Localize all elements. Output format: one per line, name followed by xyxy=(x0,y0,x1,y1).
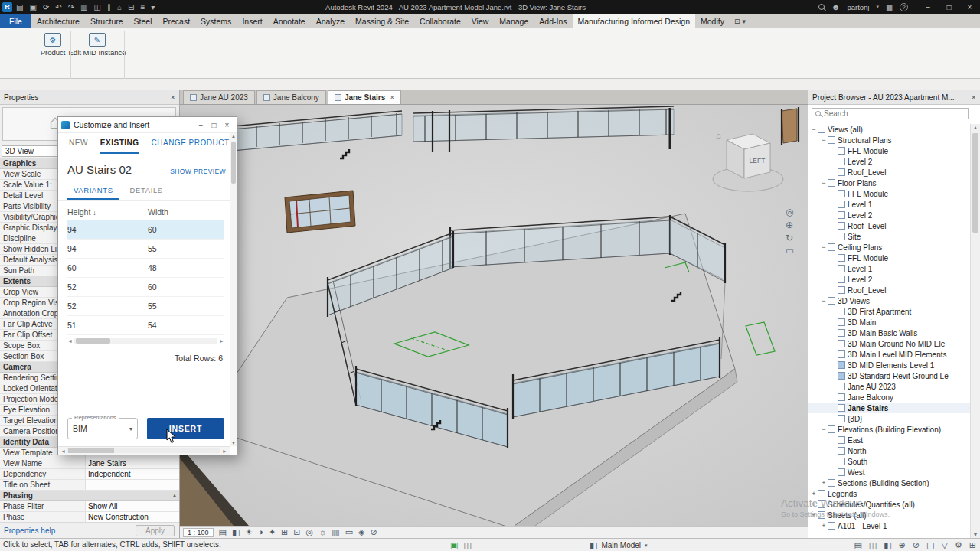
tree-item-sections-building-section[interactable]: +Sections (Building Section) xyxy=(808,478,970,488)
tree-item-ffl-module[interactable]: FFL Module xyxy=(808,188,970,199)
ribbon-tab-manufacturing-informed-design[interactable]: Manufacturing Informed Design xyxy=(573,14,696,28)
properties-help-link[interactable]: Properties help xyxy=(4,527,55,535)
tree-expander-icon[interactable]: − xyxy=(820,179,828,187)
sort-descending-icon[interactable]: ↓ xyxy=(93,209,96,217)
view-scale-control[interactable]: 1 : 100 xyxy=(183,528,214,537)
analytical-model-icon[interactable]: ◈ xyxy=(358,528,364,536)
scroll-right-icon[interactable]: ► xyxy=(219,338,224,344)
shadows-icon[interactable]: ◑ xyxy=(258,528,263,536)
view-tab-jane-stairs[interactable]: Jane Stairs× xyxy=(328,90,401,104)
tree-item-roof-level[interactable]: Roof_Level xyxy=(808,285,970,295)
tree-item-jane-stairs[interactable]: Jane Stairs xyxy=(808,403,970,413)
tree-item-roof-level[interactable]: Roof_Level xyxy=(808,220,970,231)
variant-row[interactable]: 5255 xyxy=(67,297,224,316)
ribbon-tab-massing-site[interactable]: Massing & Site xyxy=(350,14,414,28)
minimize-button[interactable]: − xyxy=(918,0,939,14)
tree-item-ffl-module[interactable]: FFL Module xyxy=(808,145,970,156)
ribbon-tab-insert[interactable]: Insert xyxy=(237,14,267,28)
undo-icon[interactable]: ↶ xyxy=(55,3,61,11)
dialog-subtab-details[interactable]: DETAILS xyxy=(124,184,169,200)
app-store-icon[interactable]: ▦ xyxy=(886,3,893,11)
tree-item-site[interactable]: Site xyxy=(808,231,970,242)
link-icon[interactable]: ⊕ xyxy=(899,541,906,549)
design-option-value[interactable]: Main Model xyxy=(601,541,641,549)
scroll-left-icon[interactable]: ◄ xyxy=(60,448,66,454)
rendering-icon[interactable]: ✦ xyxy=(269,528,276,536)
orbit-icon[interactable]: ↻ xyxy=(786,233,793,243)
tree-item-floor-plans[interactable]: −Floor Plans xyxy=(808,178,970,188)
dialog-tab-existing[interactable]: EXISTING xyxy=(100,133,139,154)
scroll-right-icon[interactable]: ► xyxy=(222,448,227,454)
worksharing-display-icon[interactable]: ▥ xyxy=(332,528,339,536)
tree-item-jane-au-2023[interactable]: Jane AU 2023 xyxy=(808,381,970,392)
worksets-status-icon[interactable]: ◫ xyxy=(463,541,471,549)
zoom-icon[interactable]: ⊕ xyxy=(786,220,793,230)
press-drag-icon[interactable]: ▢ xyxy=(926,541,934,549)
ribbon-tab-structure[interactable]: Structure xyxy=(85,14,129,28)
ribbon-tab-file[interactable]: File xyxy=(0,14,31,28)
temporary-hide-icon[interactable]: ◎ xyxy=(306,528,314,536)
ribbon-tab-collaborate[interactable]: Collaborate xyxy=(414,14,466,28)
ribbon-tab-precast[interactable]: Precast xyxy=(158,14,196,28)
tree-item-level-2[interactable]: Level 2 xyxy=(808,156,970,167)
edit-mid-instance-button[interactable]: ✎ Edit MID Instance xyxy=(72,31,122,57)
close-view-tab-icon[interactable]: × xyxy=(390,93,394,102)
view-tab-jane-balcony[interactable]: Jane Balcony xyxy=(256,90,326,104)
search-input[interactable] xyxy=(824,109,965,118)
tree-item-views-all[interactable]: −Views (all) xyxy=(808,124,970,135)
ribbon-tab-analyze[interactable]: Analyze xyxy=(311,14,350,28)
dialog-vertical-scrollbar[interactable]: ▲ ▼ xyxy=(230,133,237,446)
dialog-bottom-scrollbar[interactable]: ◄ ► xyxy=(58,446,230,455)
tree-item-3d-main-level-mid-elements[interactable]: 3D Main Level MID Elements xyxy=(808,349,970,360)
variant-row[interactable]: 5154 xyxy=(67,316,224,335)
tree-item-3d[interactable]: {3D} xyxy=(808,413,970,424)
scroll-down-icon[interactable]: ▼ xyxy=(971,532,980,537)
background-processes-icon[interactable]: ⚙ xyxy=(955,541,962,549)
tree-expander-icon[interactable]: − xyxy=(820,136,828,144)
tree-expander-icon[interactable]: − xyxy=(810,126,818,133)
ribbon-tab-add-ins[interactable]: Add-Ins xyxy=(534,14,572,28)
tree-item-legends[interactable]: +Legends xyxy=(808,488,970,499)
ribbon-tab-steel[interactable]: Steel xyxy=(129,14,158,28)
show-preview-link[interactable]: SHOW PREVIEW xyxy=(170,168,226,175)
property-value[interactable]: New Construction xyxy=(86,512,179,522)
thin-lines-icon[interactable]: ≡ xyxy=(140,3,145,11)
section-icon[interactable]: ⊟ xyxy=(128,3,134,11)
dialog-tab-new[interactable]: NEW xyxy=(69,133,88,154)
scroll-up-icon[interactable]: ▲ xyxy=(230,134,237,139)
save-icon[interactable]: ▣ xyxy=(29,3,36,11)
tree-expander-icon[interactable]: + xyxy=(820,479,828,487)
tree-item-a101-level-1[interactable]: +A101 - Level 1 xyxy=(808,520,970,531)
avatar-icon[interactable]: ☻ xyxy=(831,2,841,11)
dialog-close-button[interactable]: × xyxy=(220,121,234,129)
design-option-control[interactable]: ◧ Main Model ▾ xyxy=(590,539,648,551)
tree-item-3d-standard-revit-ground-le[interactable]: 3D Standard Revit Ground Le xyxy=(808,370,970,381)
tree-expander-icon[interactable]: + xyxy=(810,500,818,508)
dialog-subtab-variants[interactable]: VARIANTS xyxy=(67,184,119,200)
project-browser-search[interactable] xyxy=(812,108,969,119)
measure-icon[interactable]: ◫ xyxy=(94,3,101,11)
ribbon-tab-systems[interactable]: Systems xyxy=(195,14,237,28)
tree-item-3d-main-ground-no-mid-ele[interactable]: 3D Main Ground No MID Ele xyxy=(808,338,970,349)
home-icon[interactable]: ⌂ xyxy=(716,131,721,140)
tree-expander-icon[interactable]: + xyxy=(810,511,818,519)
help-icon[interactable]: ? xyxy=(900,3,908,11)
ribbon-tab-manage[interactable]: Manage xyxy=(494,14,534,28)
scrollbar-thumb[interactable] xyxy=(68,448,114,453)
project-browser-scrollbar[interactable]: ▲ ▼ xyxy=(970,124,980,538)
scroll-left-icon[interactable]: ◄ xyxy=(67,338,73,344)
editable-only-icon[interactable]: ◫ xyxy=(869,541,877,549)
constraints-icon[interactable]: ⊘ xyxy=(371,528,377,536)
tree-item-schedules-quantities-all[interactable]: +Schedules/Quantities (all) xyxy=(808,499,970,510)
variant-row[interactable]: 6048 xyxy=(67,259,224,278)
height-column-header[interactable]: Height↓ xyxy=(67,207,148,217)
tree-item-ceiling-plans[interactable]: −Ceiling Plans xyxy=(808,242,970,253)
visual-style-icon[interactable]: ◧ xyxy=(232,528,240,536)
search-icon[interactable] xyxy=(818,4,825,10)
dialog-minimize-button[interactable]: − xyxy=(194,121,207,129)
account-chevron-down-icon[interactable]: ▾ xyxy=(877,4,880,10)
chevron-down-icon[interactable]: ▾ xyxy=(742,18,746,25)
variant-row[interactable]: 5260 xyxy=(67,278,224,297)
tree-item-west[interactable]: West xyxy=(808,467,970,478)
dimension-icon[interactable]: ∥ xyxy=(107,3,111,11)
